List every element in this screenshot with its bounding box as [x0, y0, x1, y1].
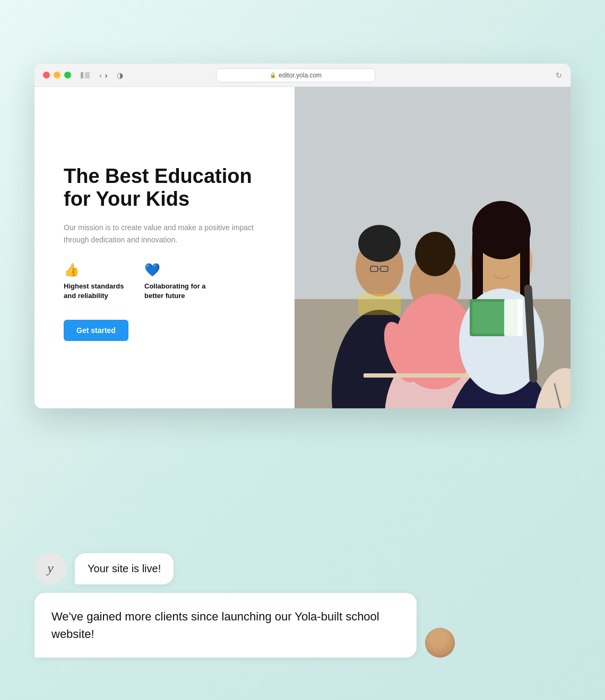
lock-icon: 🔒 — [270, 72, 276, 78]
close-button[interactable] — [43, 72, 50, 78]
chat-bubble-right: We've gained more clients since launchin… — [34, 593, 571, 658]
url-text: editor.yola.com — [279, 72, 322, 79]
back-arrow-icon[interactable]: ‹ — [99, 71, 102, 80]
testimonial-bubble: We've gained more clients since launchin… — [34, 593, 417, 658]
heart-icon: 💙 — [144, 262, 208, 277]
feature-item-1: 👍 Highest standards and reliability — [64, 262, 127, 301]
maximize-button[interactable] — [64, 72, 71, 78]
feature-item-2: 💙 Collaborating for a better future — [144, 262, 208, 301]
hero-image-panel — [295, 87, 571, 408]
yola-avatar: y — [34, 553, 66, 584]
browser-titlebar: ‹ › ◑ 🔒 editor.yola.com ↻ — [34, 64, 571, 87]
thumbs-up-icon: 👍 — [64, 262, 127, 277]
hero-title: The Best Education for Your Kids — [64, 165, 268, 211]
nav-arrows: ‹ › — [99, 71, 107, 80]
minimize-button[interactable] — [54, 72, 60, 78]
browser-content: The Best Education for Your Kids Our mis… — [34, 87, 571, 408]
sidebar-toggle-icon[interactable] — [81, 72, 90, 78]
svg-point-4 — [358, 225, 401, 262]
get-started-button[interactable]: Get started — [64, 320, 128, 341]
user-avatar — [425, 628, 455, 658]
yola-avatar-letter: y — [47, 561, 54, 576]
svg-rect-15 — [364, 373, 470, 378]
chat-bubble-left: y Your site is live! — [34, 553, 571, 584]
feature-label-1: Highest standards and reliability — [64, 282, 127, 301]
site-live-bubble: Your site is live! — [75, 553, 174, 584]
traffic-lights — [43, 72, 71, 78]
svg-point-11 — [415, 232, 455, 276]
security-icon: ◑ — [117, 71, 123, 80]
reload-button[interactable]: ↻ — [556, 71, 562, 80]
svg-rect-24 — [504, 299, 523, 336]
feature-label-2: Collaborating for a better future — [144, 282, 208, 301]
browser-window: ‹ › ◑ 🔒 editor.yola.com ↻ The Best Educa… — [34, 64, 571, 408]
address-bar[interactable]: 🔒 editor.yola.com — [216, 68, 375, 82]
user-avatar-face — [425, 628, 455, 658]
hero-description: Our mission is to create value and make … — [64, 222, 268, 246]
svg-line-25 — [528, 288, 533, 379]
features-row: 👍 Highest standards and reliability 💙 Co… — [64, 262, 268, 301]
svg-rect-8 — [358, 294, 401, 315]
forward-arrow-icon[interactable]: › — [105, 71, 108, 80]
classroom-image — [295, 87, 571, 408]
hero-left-panel: The Best Education for Your Kids Our mis… — [34, 87, 295, 408]
chat-section: y Your site is live! We've gained more c… — [34, 553, 571, 658]
